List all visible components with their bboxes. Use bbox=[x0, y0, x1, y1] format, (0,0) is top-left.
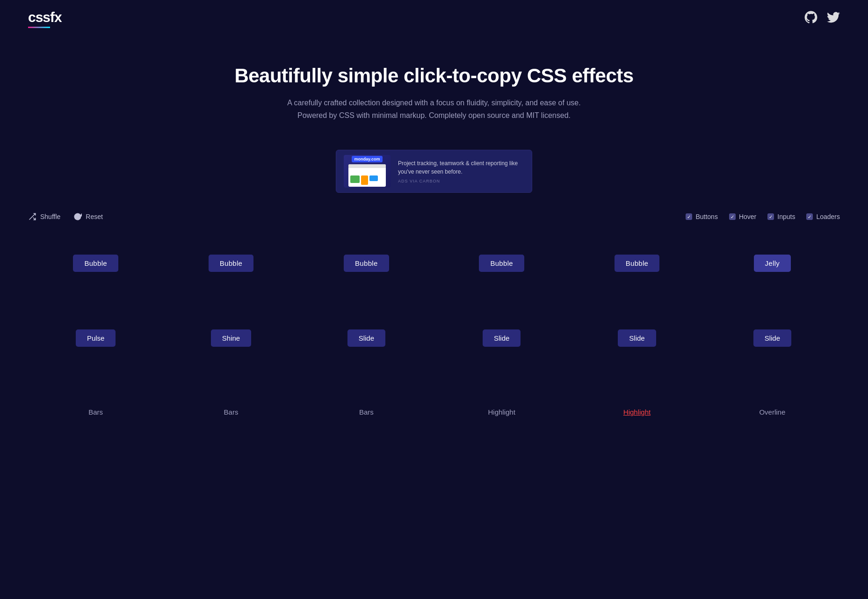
filter-inputs-label: Inputs bbox=[777, 213, 795, 220]
ad-screen-mockup bbox=[348, 164, 386, 187]
hero-section: Beautifully simple click-to-copy CSS eff… bbox=[0, 37, 868, 136]
hero-headline: Beautifully simple click-to-copy CSS eff… bbox=[9, 65, 859, 87]
jelly-button[interactable]: Jelly bbox=[754, 255, 791, 272]
bubble-button-4[interactable]: Bubble bbox=[479, 255, 524, 272]
effect-cell-pulse: Pulse bbox=[28, 315, 163, 390]
effect-cell-bubble-1: Bubble bbox=[28, 241, 163, 315]
github-link[interactable] bbox=[804, 11, 817, 26]
bubble-button-5[interactable]: Bubble bbox=[615, 255, 660, 272]
github-icon bbox=[804, 11, 817, 24]
logo-css: css bbox=[28, 9, 50, 27]
shuffle-button[interactable]: Shuffle bbox=[28, 212, 60, 221]
shuffle-icon bbox=[28, 212, 36, 221]
filter-loaders-label: Loaders bbox=[816, 213, 840, 220]
slide-button-4[interactable]: Slide bbox=[753, 329, 791, 347]
logo[interactable]: cssfx bbox=[28, 9, 62, 27]
ad-banner[interactable]: monday.com Project tracking, teamwork & … bbox=[0, 150, 868, 193]
controls-bar: Shuffle Reset Buttons Hover Inputs Loade… bbox=[0, 207, 868, 226]
filter-loaders[interactable]: Loaders bbox=[806, 213, 840, 220]
hero-description: A carefully crafted collection designed … bbox=[270, 96, 598, 122]
filter-buttons[interactable]: Buttons bbox=[686, 213, 717, 220]
effect-cell-bubble-4: Bubble bbox=[434, 241, 569, 315]
effect-cell-bubble-3: Bubble bbox=[299, 241, 434, 315]
effect-cell-bars-1: Bars bbox=[28, 390, 163, 465]
ad-image: monday.com bbox=[344, 155, 391, 188]
effects-grid: Bubble Bubble Bubble Bubble Bubble Jelly… bbox=[0, 226, 868, 479]
filter-inputs[interactable]: Inputs bbox=[767, 213, 795, 220]
effect-cell-slide-3: Slide bbox=[569, 315, 704, 390]
effect-cell-bubble-5: Bubble bbox=[569, 241, 704, 315]
ad-text: Project tracking, teamwork & client repo… bbox=[398, 159, 524, 183]
shine-button[interactable]: Shine bbox=[211, 329, 251, 347]
reset-icon bbox=[73, 212, 82, 221]
effect-cell-slide-1: Slide bbox=[299, 315, 434, 390]
effect-cell-slide-2: Slide bbox=[434, 315, 569, 390]
controls-right: Buttons Hover Inputs Loaders bbox=[686, 213, 840, 220]
filter-hover-checkbox[interactable] bbox=[729, 213, 736, 220]
highlight-hover-2[interactable]: Highlight bbox=[623, 404, 651, 420]
pulse-button[interactable]: Pulse bbox=[76, 329, 116, 347]
ad-via-text: ADS VIA CARBON bbox=[398, 179, 524, 183]
twitter-icon bbox=[827, 11, 840, 24]
filter-loaders-checkbox[interactable] bbox=[806, 213, 813, 220]
twitter-link[interactable] bbox=[827, 11, 840, 26]
highlight-hover-1[interactable]: Highlight bbox=[488, 404, 515, 420]
slide-button-3[interactable]: Slide bbox=[618, 329, 656, 347]
ad-card[interactable]: monday.com Project tracking, teamwork & … bbox=[336, 150, 532, 193]
effect-cell-jelly: Jelly bbox=[705, 241, 840, 315]
overline-hover[interactable]: Overline bbox=[759, 404, 785, 420]
effect-cell-bubble-2: Bubble bbox=[163, 241, 298, 315]
bars-hover-1[interactable]: Bars bbox=[88, 404, 103, 420]
filter-buttons-label: Buttons bbox=[695, 213, 717, 220]
filter-buttons-checkbox[interactable] bbox=[686, 213, 692, 220]
effect-cell-overline: Overline bbox=[705, 390, 840, 465]
slide-button-2[interactable]: Slide bbox=[483, 329, 521, 347]
effect-cell-highlight-1: Highlight bbox=[434, 390, 569, 465]
effect-cell-slide-4: Slide bbox=[705, 315, 840, 390]
slide-button-1[interactable]: Slide bbox=[347, 329, 385, 347]
effect-cell-bars-3: Bars bbox=[299, 390, 434, 465]
site-header: cssfx bbox=[0, 0, 868, 37]
header-icons bbox=[804, 11, 840, 26]
effect-cell-shine: Shine bbox=[163, 315, 298, 390]
ad-description: Project tracking, teamwork & client repo… bbox=[398, 159, 524, 176]
bubble-button-1[interactable]: Bubble bbox=[73, 255, 118, 272]
controls-left: Shuffle Reset bbox=[28, 212, 103, 221]
logo-fx: fx bbox=[50, 9, 62, 25]
filter-hover-label: Hover bbox=[739, 213, 756, 220]
effect-cell-highlight-2: Highlight bbox=[569, 390, 704, 465]
filter-inputs-checkbox[interactable] bbox=[767, 213, 774, 220]
bars-hover-2[interactable]: Bars bbox=[224, 404, 239, 420]
bubble-button-2[interactable]: Bubble bbox=[209, 255, 254, 272]
bars-hover-3[interactable]: Bars bbox=[359, 404, 374, 420]
bubble-button-3[interactable]: Bubble bbox=[344, 255, 389, 272]
filter-hover[interactable]: Hover bbox=[729, 213, 756, 220]
reset-button[interactable]: Reset bbox=[73, 212, 103, 221]
effect-cell-bars-2: Bars bbox=[163, 390, 298, 465]
ad-logo: monday.com bbox=[352, 156, 383, 162]
